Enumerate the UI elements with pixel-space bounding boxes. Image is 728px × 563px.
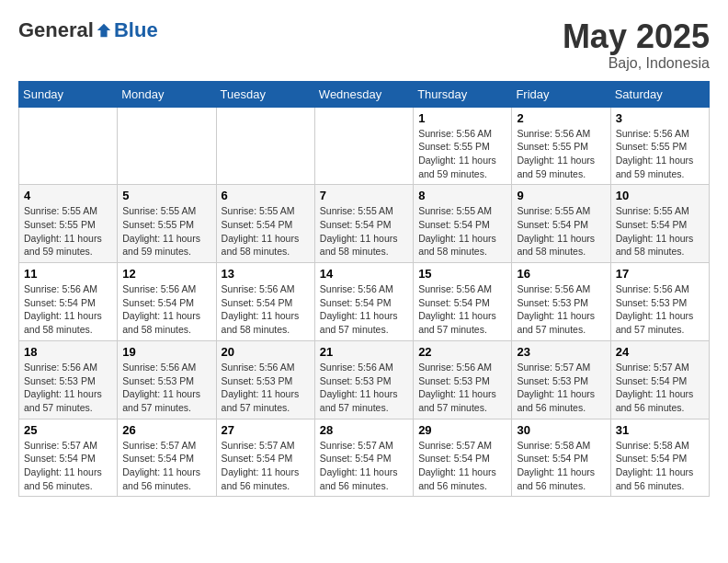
calendar-cell: 30Sunrise: 5:58 AM Sunset: 5:54 PM Dayli… bbox=[512, 419, 610, 497]
day-number: 20 bbox=[222, 345, 310, 359]
calendar-week-row: 25Sunrise: 5:57 AM Sunset: 5:54 PM Dayli… bbox=[19, 419, 710, 497]
weekday-header: Tuesday bbox=[216, 81, 314, 107]
day-number: 9 bbox=[517, 189, 605, 202]
day-detail: Sunrise: 5:57 AM Sunset: 5:54 PM Dayligh… bbox=[616, 361, 704, 415]
day-detail: Sunrise: 5:57 AM Sunset: 5:54 PM Dayligh… bbox=[24, 439, 112, 493]
logo: General Blue bbox=[18, 18, 158, 42]
day-detail: Sunrise: 5:56 AM Sunset: 5:55 PM Dayligh… bbox=[616, 127, 704, 181]
day-detail: Sunrise: 5:55 AM Sunset: 5:54 PM Dayligh… bbox=[616, 204, 704, 259]
day-number: 11 bbox=[24, 267, 112, 281]
day-detail: Sunrise: 5:56 AM Sunset: 5:53 PM Dayligh… bbox=[24, 361, 112, 415]
day-detail: Sunrise: 5:55 AM Sunset: 5:54 PM Dayligh… bbox=[320, 204, 408, 259]
calendar-cell: 9Sunrise: 5:55 AM Sunset: 5:54 PM Daylig… bbox=[512, 185, 610, 263]
calendar-cell: 20Sunrise: 5:56 AM Sunset: 5:53 PM Dayli… bbox=[216, 340, 314, 419]
day-detail: Sunrise: 5:57 AM Sunset: 5:54 PM Dayligh… bbox=[418, 439, 506, 493]
calendar-cell: 8Sunrise: 5:55 AM Sunset: 5:54 PM Daylig… bbox=[414, 185, 512, 263]
calendar-cell: 18Sunrise: 5:56 AM Sunset: 5:53 PM Dayli… bbox=[19, 340, 118, 419]
weekday-header: Monday bbox=[118, 81, 216, 107]
day-number: 23 bbox=[517, 345, 605, 359]
day-number: 16 bbox=[517, 267, 605, 281]
day-detail: Sunrise: 5:56 AM Sunset: 5:54 PM Dayligh… bbox=[418, 282, 506, 337]
day-number: 3 bbox=[616, 111, 704, 125]
day-number: 26 bbox=[122, 423, 210, 437]
calendar-week-row: 18Sunrise: 5:56 AM Sunset: 5:53 PM Dayli… bbox=[19, 340, 710, 419]
day-detail: Sunrise: 5:55 AM Sunset: 5:55 PM Dayligh… bbox=[24, 204, 112, 259]
day-detail: Sunrise: 5:56 AM Sunset: 5:55 PM Dayligh… bbox=[418, 127, 506, 181]
calendar-cell: 23Sunrise: 5:57 AM Sunset: 5:53 PM Dayli… bbox=[512, 340, 610, 419]
calendar-cell: 7Sunrise: 5:55 AM Sunset: 5:54 PM Daylig… bbox=[314, 185, 413, 263]
title-section: May 2025 Bajo, Indonesia bbox=[563, 18, 710, 72]
calendar-cell: 4Sunrise: 5:55 AM Sunset: 5:55 PM Daylig… bbox=[19, 185, 118, 263]
weekday-header: Sunday bbox=[19, 81, 118, 107]
calendar-week-row: 4Sunrise: 5:55 AM Sunset: 5:55 PM Daylig… bbox=[19, 185, 710, 263]
calendar-cell: 28Sunrise: 5:57 AM Sunset: 5:54 PM Dayli… bbox=[314, 419, 413, 497]
day-number: 5 bbox=[122, 189, 210, 202]
day-number: 12 bbox=[122, 267, 210, 281]
calendar-cell: 12Sunrise: 5:56 AM Sunset: 5:54 PM Dayli… bbox=[118, 263, 216, 341]
calendar-cell: 21Sunrise: 5:56 AM Sunset: 5:53 PM Dayli… bbox=[314, 340, 413, 419]
day-detail: Sunrise: 5:57 AM Sunset: 5:54 PM Dayligh… bbox=[320, 439, 408, 493]
day-number: 29 bbox=[418, 423, 506, 437]
day-number: 27 bbox=[222, 423, 310, 437]
day-detail: Sunrise: 5:56 AM Sunset: 5:53 PM Dayligh… bbox=[222, 361, 310, 415]
calendar-week-row: 11Sunrise: 5:56 AM Sunset: 5:54 PM Dayli… bbox=[19, 263, 710, 341]
day-detail: Sunrise: 5:56 AM Sunset: 5:53 PM Dayligh… bbox=[418, 361, 506, 415]
calendar-cell: 25Sunrise: 5:57 AM Sunset: 5:54 PM Dayli… bbox=[19, 419, 118, 497]
day-detail: Sunrise: 5:55 AM Sunset: 5:54 PM Dayligh… bbox=[418, 204, 506, 259]
day-number: 7 bbox=[320, 189, 408, 202]
day-detail: Sunrise: 5:56 AM Sunset: 5:54 PM Dayligh… bbox=[222, 282, 310, 337]
calendar-cell: 31Sunrise: 5:58 AM Sunset: 5:54 PM Dayli… bbox=[610, 419, 709, 497]
day-detail: Sunrise: 5:56 AM Sunset: 5:54 PM Dayligh… bbox=[122, 282, 210, 337]
weekday-header: Wednesday bbox=[314, 81, 413, 107]
day-detail: Sunrise: 5:56 AM Sunset: 5:53 PM Dayligh… bbox=[320, 361, 408, 415]
day-number: 21 bbox=[320, 345, 408, 359]
day-detail: Sunrise: 5:56 AM Sunset: 5:53 PM Dayligh… bbox=[616, 282, 704, 337]
logo-blue-text: Blue bbox=[114, 18, 158, 42]
calendar-cell: 5Sunrise: 5:55 AM Sunset: 5:55 PM Daylig… bbox=[118, 185, 216, 263]
day-detail: Sunrise: 5:56 AM Sunset: 5:54 PM Dayligh… bbox=[320, 282, 408, 337]
calendar-cell: 24Sunrise: 5:57 AM Sunset: 5:54 PM Dayli… bbox=[610, 340, 709, 419]
month-title: May 2025 bbox=[563, 18, 710, 55]
calendar-cell: 14Sunrise: 5:56 AM Sunset: 5:54 PM Dayli… bbox=[314, 263, 413, 341]
calendar-cell: 13Sunrise: 5:56 AM Sunset: 5:54 PM Dayli… bbox=[216, 263, 314, 341]
calendar-cell: 19Sunrise: 5:56 AM Sunset: 5:53 PM Dayli… bbox=[118, 340, 216, 419]
calendar-cell bbox=[118, 107, 216, 185]
calendar-cell: 15Sunrise: 5:56 AM Sunset: 5:54 PM Dayli… bbox=[414, 263, 512, 341]
calendar-cell: 3Sunrise: 5:56 AM Sunset: 5:55 PM Daylig… bbox=[610, 107, 709, 185]
calendar-cell bbox=[19, 107, 118, 185]
day-number: 17 bbox=[616, 267, 704, 281]
day-number: 4 bbox=[24, 189, 112, 202]
day-number: 18 bbox=[24, 345, 112, 359]
day-detail: Sunrise: 5:57 AM Sunset: 5:54 PM Dayligh… bbox=[122, 439, 210, 493]
day-number: 25 bbox=[24, 423, 112, 437]
day-detail: Sunrise: 5:58 AM Sunset: 5:54 PM Dayligh… bbox=[517, 439, 605, 493]
calendar-cell: 2Sunrise: 5:56 AM Sunset: 5:55 PM Daylig… bbox=[512, 107, 610, 185]
day-number: 6 bbox=[222, 189, 310, 202]
calendar-cell: 11Sunrise: 5:56 AM Sunset: 5:54 PM Dayli… bbox=[19, 263, 118, 341]
day-number: 10 bbox=[616, 189, 704, 202]
day-detail: Sunrise: 5:55 AM Sunset: 5:54 PM Dayligh… bbox=[517, 204, 605, 259]
day-number: 2 bbox=[517, 111, 605, 125]
day-detail: Sunrise: 5:57 AM Sunset: 5:53 PM Dayligh… bbox=[517, 361, 605, 415]
logo-icon bbox=[96, 22, 112, 39]
calendar-cell: 6Sunrise: 5:55 AM Sunset: 5:54 PM Daylig… bbox=[216, 185, 314, 263]
location-title: Bajo, Indonesia bbox=[563, 55, 710, 72]
calendar-cell bbox=[216, 107, 314, 185]
day-number: 14 bbox=[320, 267, 408, 281]
day-number: 22 bbox=[418, 345, 506, 359]
calendar-cell: 1Sunrise: 5:56 AM Sunset: 5:55 PM Daylig… bbox=[414, 107, 512, 185]
calendar-cell: 27Sunrise: 5:57 AM Sunset: 5:54 PM Dayli… bbox=[216, 419, 314, 497]
calendar-cell: 22Sunrise: 5:56 AM Sunset: 5:53 PM Dayli… bbox=[414, 340, 512, 419]
day-number: 19 bbox=[122, 345, 210, 359]
calendar-week-row: 1Sunrise: 5:56 AM Sunset: 5:55 PM Daylig… bbox=[19, 107, 710, 185]
day-number: 31 bbox=[616, 423, 704, 437]
weekday-header: Friday bbox=[512, 81, 610, 107]
day-number: 1 bbox=[418, 111, 506, 125]
day-detail: Sunrise: 5:56 AM Sunset: 5:55 PM Dayligh… bbox=[517, 127, 605, 181]
day-number: 28 bbox=[320, 423, 408, 437]
day-detail: Sunrise: 5:55 AM Sunset: 5:55 PM Dayligh… bbox=[122, 204, 210, 259]
calendar-cell: 26Sunrise: 5:57 AM Sunset: 5:54 PM Dayli… bbox=[118, 419, 216, 497]
page-header: General Blue May 2025 Bajo, Indonesia bbox=[18, 18, 710, 72]
calendar-cell bbox=[314, 107, 413, 185]
day-detail: Sunrise: 5:56 AM Sunset: 5:54 PM Dayligh… bbox=[24, 282, 112, 337]
